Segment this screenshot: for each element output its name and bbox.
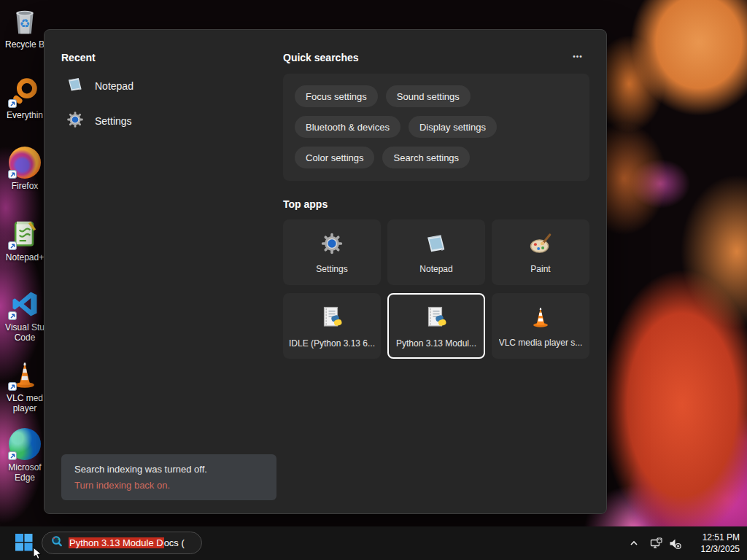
top-app-label: Python 3.13 Modul... bbox=[396, 338, 476, 349]
gear-icon bbox=[66, 110, 85, 132]
tray-network-icon[interactable] bbox=[649, 536, 663, 551]
edge-icon bbox=[8, 427, 42, 461]
desktop-icon-label: Notepad+ bbox=[6, 252, 44, 262]
desktop-icon-recycle-bin[interactable]: ♻ Recycle B bbox=[1, 4, 48, 50]
quick-search-pill-display-settings[interactable]: Display settings bbox=[409, 116, 497, 138]
quick-searches-row: Focus settings Sound settings bbox=[295, 85, 578, 107]
top-app-label: IDLE (Python 3.13 6... bbox=[289, 338, 375, 349]
desktop-icon-notepad-plus-plus[interactable]: Notepad+ bbox=[1, 217, 48, 262]
search-query-text: Python 3.13 Module Docs ( bbox=[69, 537, 185, 548]
firefox-icon bbox=[8, 146, 42, 179]
recent-item-label: Notepad bbox=[95, 80, 133, 92]
quick-search-pill-sound-settings[interactable]: Sound settings bbox=[386, 85, 471, 107]
desktop-icon-label: Firefox bbox=[12, 181, 39, 191]
taskbar-search-input[interactable]: Python 3.13 Module Docs ( bbox=[42, 532, 202, 554]
shortcut-arrow-icon bbox=[8, 99, 17, 108]
svg-text:♻: ♻ bbox=[20, 17, 31, 30]
shortcut-arrow-icon bbox=[8, 382, 17, 391]
search-query-rest-text: ocs ( bbox=[164, 537, 185, 548]
quick-search-pill-search-settings[interactable]: Search settings bbox=[382, 147, 470, 168]
notepad-plus-plus-icon bbox=[8, 217, 42, 251]
more-options-button[interactable]: ••• bbox=[568, 50, 587, 63]
vscode-icon bbox=[8, 287, 42, 321]
top-app-label: VLC media player s... bbox=[499, 338, 583, 348]
top-app-label: Paint bbox=[530, 264, 550, 274]
desktop-icon-edge[interactable]: Microsof Edge bbox=[1, 427, 48, 483]
quick-searches-row: Bluetooth & devices Display settings bbox=[295, 116, 578, 138]
quick-search-pill-focus-settings[interactable]: Focus settings bbox=[295, 85, 378, 107]
shortcut-arrow-icon bbox=[8, 170, 17, 179]
top-app-label: Notepad bbox=[419, 264, 452, 274]
paint-palette-icon bbox=[528, 231, 553, 259]
tray-chevron-up-icon[interactable] bbox=[627, 536, 641, 551]
indexing-toast-message: Search indexing was turned off. bbox=[74, 463, 263, 475]
desktop-icon-label: Visual Stu Code bbox=[1, 322, 48, 343]
quick-search-pill-bluetooth-devices[interactable]: Bluetooth & devices bbox=[295, 116, 400, 138]
top-app-label: Settings bbox=[316, 264, 347, 274]
shortcut-arrow-icon bbox=[8, 311, 17, 320]
clock-date: 12/3/2025 bbox=[701, 543, 740, 555]
windows-logo-icon bbox=[15, 533, 33, 554]
notepad-icon bbox=[66, 75, 85, 97]
recent-item-label: Settings bbox=[95, 115, 132, 127]
quick-searches-title: Quick searches bbox=[283, 52, 359, 63]
recent-section-title: Recent bbox=[61, 52, 96, 63]
top-app-tile-python-module-docs[interactable]: Python 3.13 Modul... bbox=[387, 293, 485, 359]
top-apps-title: Top apps bbox=[283, 198, 328, 210]
python-document-icon bbox=[319, 304, 345, 333]
quick-searches-card: Focus settings Sound settings Bluetooth … bbox=[283, 74, 589, 181]
quick-search-pill-color-settings[interactable]: Color settings bbox=[295, 147, 374, 168]
desktop-icon-label: Everythin bbox=[7, 110, 43, 120]
vlc-icon bbox=[8, 358, 42, 392]
desktop-icon-label: Microsof Edge bbox=[1, 462, 48, 483]
search-flyout-panel: Recent Notepad bbox=[44, 29, 607, 514]
turn-indexing-on-link[interactable]: Turn indexing back on. bbox=[74, 479, 263, 491]
tray-volume-muted-icon[interactable] bbox=[667, 536, 682, 551]
desktop-icon-everything[interactable]: Everythin bbox=[1, 75, 48, 120]
gear-icon bbox=[320, 231, 344, 259]
quick-searches-row: Color settings Search settings bbox=[295, 147, 578, 168]
search-icon bbox=[50, 534, 63, 551]
taskbar-clock[interactable]: 12:51 PM 12/3/2025 bbox=[701, 532, 740, 555]
desktop-icon-vscode[interactable]: Visual Stu Code bbox=[1, 287, 48, 343]
vlc-cone-icon bbox=[528, 305, 553, 332]
search-query-selected-text: Python 3.13 Module D bbox=[69, 537, 164, 548]
recycle-bin-icon: ♻ bbox=[8, 4, 42, 38]
python-document-icon bbox=[423, 304, 449, 333]
indexing-toast: Search indexing was turned off. Turn ind… bbox=[61, 454, 276, 500]
desktop-icon-vlc[interactable]: VLC med player bbox=[1, 358, 48, 413]
top-app-tile-notepad[interactable]: Notepad bbox=[387, 219, 485, 285]
notepad-icon bbox=[424, 231, 449, 259]
recent-item-settings[interactable]: Settings bbox=[61, 107, 138, 135]
desktop-icon-label: VLC med player bbox=[1, 393, 48, 413]
shortcut-arrow-icon bbox=[8, 451, 17, 460]
taskbar: Python 3.13 Module Docs ( 12:51 PM 12/3/… bbox=[0, 526, 747, 560]
everything-search-icon bbox=[8, 75, 42, 109]
desktop-icon-firefox[interactable]: Firefox bbox=[1, 146, 48, 191]
recent-item-notepad[interactable]: Notepad bbox=[61, 72, 138, 100]
start-button[interactable] bbox=[13, 533, 34, 553]
top-app-tile-idle-python[interactable]: IDLE (Python 3.13 6... bbox=[283, 293, 381, 359]
recent-list: Notepad Settings bbox=[61, 72, 138, 135]
top-app-tile-vlc[interactable]: VLC media player s... bbox=[492, 293, 589, 359]
top-app-tile-settings[interactable]: Settings bbox=[283, 219, 381, 285]
clock-time: 12:51 PM bbox=[701, 532, 740, 543]
desktop-icon-label: Recycle B bbox=[5, 39, 44, 50]
top-apps-grid: Settings Notepad bbox=[283, 219, 592, 359]
top-app-tile-paint[interactable]: Paint bbox=[492, 219, 589, 285]
shortcut-arrow-icon bbox=[8, 241, 17, 250]
